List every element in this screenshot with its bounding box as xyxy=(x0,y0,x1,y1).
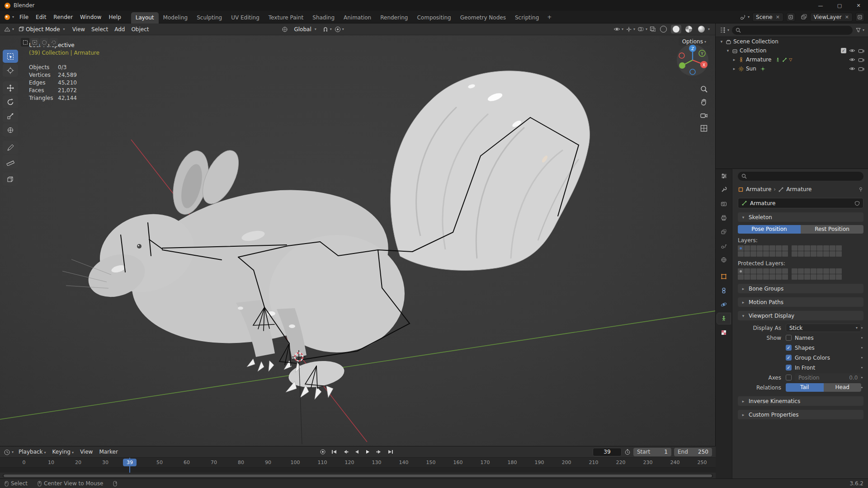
viewport-3d[interactable]: ▾ Object Mode▾ ViewSelectAddObject Globa… xyxy=(0,23,716,446)
rest-position-button[interactable]: Rest Position xyxy=(801,225,863,234)
layer-cell[interactable] xyxy=(830,251,835,257)
prev-keyframe-button[interactable] xyxy=(340,448,350,456)
viewport-menu-add[interactable]: Add xyxy=(111,25,128,34)
layer-cell[interactable] xyxy=(830,274,835,280)
workspace-tab-rendering[interactable]: Rendering xyxy=(376,12,412,23)
new-viewlayer-button[interactable] xyxy=(855,13,864,22)
disable-render-camera-icon[interactable] xyxy=(858,48,864,53)
next-keyframe-button[interactable] xyxy=(374,448,384,456)
layer-cell[interactable] xyxy=(782,245,788,251)
menu-file[interactable]: File xyxy=(16,12,32,22)
workspace-tab-geometry-nodes[interactable]: Geometry Nodes xyxy=(456,12,510,23)
layer-cell[interactable] xyxy=(830,245,835,251)
animate-dot[interactable] xyxy=(861,327,863,328)
blender-menu-icon[interactable]: ▾ xyxy=(4,14,14,21)
start-frame-field[interactable]: Start 1 xyxy=(633,448,671,456)
gizmo-x-label[interactable]: X xyxy=(703,63,705,67)
layer-cell[interactable] xyxy=(830,268,835,274)
layer-cell[interactable] xyxy=(776,268,782,274)
layer-cell[interactable] xyxy=(750,274,756,280)
scene-selector[interactable]: Scene × xyxy=(752,13,783,22)
layer-cell[interactable] xyxy=(836,274,842,280)
layer-cell[interactable] xyxy=(782,268,788,274)
layer-cell[interactable] xyxy=(811,251,816,257)
disable-render-camera-icon[interactable] xyxy=(858,66,864,71)
outliner-editor-icon[interactable]: ▾ xyxy=(719,27,729,33)
layer-cell[interactable] xyxy=(823,268,829,274)
menu-window[interactable]: Window xyxy=(76,12,105,22)
layer-cell[interactable] xyxy=(836,268,842,274)
viewlayer-unlink-icon[interactable]: × xyxy=(845,14,849,20)
zoom-icon[interactable] xyxy=(700,85,708,93)
layer-cell[interactable] xyxy=(817,268,823,274)
viewport-menu-view[interactable]: View xyxy=(69,25,88,34)
tool-rotate[interactable] xyxy=(3,95,18,108)
outliner-row-scene-collection[interactable]: ▾ Scene Collection xyxy=(716,37,868,46)
minimize-button[interactable]: — xyxy=(811,0,830,11)
disclosure-icon[interactable]: ▾ xyxy=(726,48,730,53)
hide-eye-icon[interactable] xyxy=(849,66,855,71)
tab-world[interactable] xyxy=(717,254,731,265)
layer-cell[interactable] xyxy=(738,245,744,251)
workspace-tab-layout[interactable]: Layout xyxy=(131,12,159,23)
orientation-selector[interactable]: Global▾ xyxy=(291,25,319,33)
tab-tool[interactable] xyxy=(717,184,731,195)
layer-cell[interactable] xyxy=(757,274,763,280)
layer-cell[interactable] xyxy=(798,268,804,274)
layer-cell[interactable] xyxy=(769,274,775,280)
timeline-menu-playback[interactable]: Playback▾ xyxy=(15,447,49,456)
breadcrumb-object[interactable]: Armature xyxy=(746,186,771,192)
layer-cell[interactable] xyxy=(750,245,756,251)
tool-cursor[interactable] xyxy=(3,64,18,77)
animate-dot[interactable] xyxy=(861,357,863,358)
overlays-toggle-icon[interactable]: ▾ xyxy=(637,26,647,32)
select-tweak-option[interactable] xyxy=(21,38,29,47)
maximize-button[interactable]: ▢ xyxy=(830,0,849,11)
tool-measure[interactable] xyxy=(3,155,18,168)
breadcrumb-data[interactable]: Armature xyxy=(786,186,811,192)
tool-add-cube[interactable] xyxy=(3,173,18,186)
pan-hand-icon[interactable] xyxy=(700,98,708,106)
section-viewport-display[interactable]: ▾ Viewport Display xyxy=(738,311,863,320)
layer-cell[interactable] xyxy=(776,245,782,251)
tab-physics[interactable] xyxy=(717,299,731,310)
layer-cell[interactable] xyxy=(763,268,769,274)
current-frame-field[interactable]: 39 xyxy=(593,448,622,456)
animate-dot[interactable] xyxy=(861,367,863,368)
layer-cell[interactable] xyxy=(798,245,804,251)
navigation-gizmo[interactable]: Z X Y xyxy=(676,43,709,77)
tab-scene[interactable] xyxy=(717,240,731,251)
editor-type-icon[interactable]: ▾ xyxy=(4,26,14,33)
layer-cell[interactable] xyxy=(769,245,775,251)
section-custom-properties[interactable]: ▸ Custom Properties xyxy=(738,410,863,419)
gizmo-z-label[interactable]: Z xyxy=(691,47,694,51)
axes-position-slider[interactable]: Position 0.0 xyxy=(795,373,861,382)
tab-object[interactable] xyxy=(717,271,731,282)
layer-cell[interactable] xyxy=(823,245,829,251)
properties-editor-icon[interactable] xyxy=(721,173,727,179)
gizmo-y-label[interactable]: Y xyxy=(700,52,703,56)
layer-cell[interactable] xyxy=(792,251,797,257)
layer-cell[interactable] xyxy=(836,245,842,251)
hide-eye-icon[interactable] xyxy=(849,48,855,53)
layer-cell[interactable] xyxy=(757,251,763,257)
layer-cell[interactable] xyxy=(769,251,775,257)
filter-icon[interactable]: ▾ xyxy=(855,27,864,33)
axes-checkbox[interactable] xyxy=(786,375,792,380)
animate-dot[interactable] xyxy=(861,387,863,388)
layer-cell[interactable] xyxy=(776,251,782,257)
new-scene-button[interactable] xyxy=(786,13,795,22)
disable-render-camera-icon[interactable] xyxy=(858,57,864,62)
timeline-menu-keying[interactable]: Keying▾ xyxy=(49,447,77,456)
animate-dot[interactable] xyxy=(861,377,863,378)
scene-unlink-icon[interactable]: × xyxy=(776,14,780,20)
layer-cell[interactable] xyxy=(750,268,756,274)
disclosure-icon[interactable]: ▸ xyxy=(732,57,736,62)
layer-cell[interactable] xyxy=(744,274,750,280)
play-button[interactable] xyxy=(363,448,373,456)
layer-cell[interactable] xyxy=(763,274,769,280)
outliner-row-collection[interactable]: ▾ Collection ✓ xyxy=(716,46,868,55)
tab-render[interactable] xyxy=(717,198,731,209)
layer-cell[interactable] xyxy=(738,251,744,257)
tool-transform[interactable] xyxy=(3,123,18,136)
